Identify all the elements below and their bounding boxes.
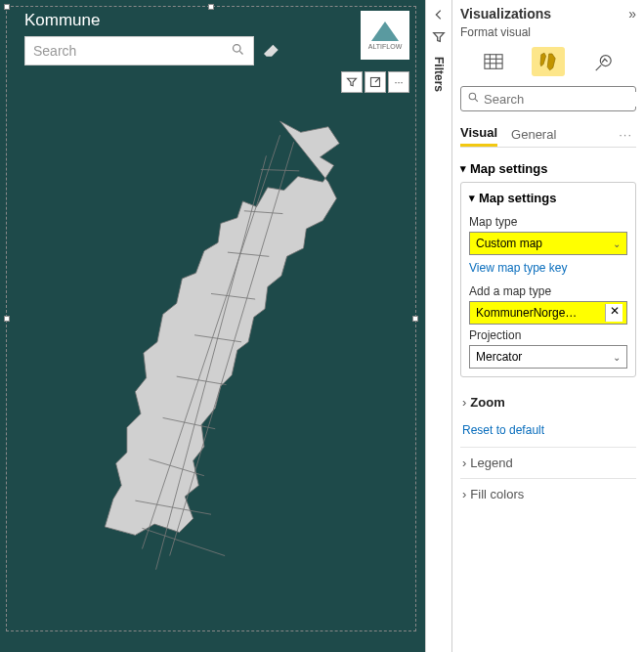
format-visual-icon[interactable] xyxy=(532,47,565,76)
section-fill-colors[interactable]: › Fill colors xyxy=(460,478,636,509)
format-search-input[interactable] xyxy=(484,92,644,107)
reset-to-default-link[interactable]: Reset to default xyxy=(460,417,636,447)
view-map-type-key-link[interactable]: View map type key xyxy=(469,261,568,275)
section-label: Zoom xyxy=(470,395,504,410)
vendor-logo-label: ALTIFLOW xyxy=(368,43,402,50)
format-tabs: Visual General ··· xyxy=(460,121,636,148)
search-icon xyxy=(467,91,480,107)
chevron-down-icon: ▾ xyxy=(469,192,475,204)
analytics-icon[interactable] xyxy=(586,47,620,76)
tab-general[interactable]: General xyxy=(511,123,556,146)
chevron-right-icon: › xyxy=(462,456,466,470)
chevron-down-icon: ▾ xyxy=(460,162,466,175)
map-settings-card: ▾ Map settings Map type Custom map ⌄ Vie… xyxy=(460,182,636,377)
focus-button[interactable] xyxy=(365,71,386,93)
expand-filters-chevron-icon[interactable] xyxy=(432,8,446,24)
section-label: Map settings xyxy=(470,161,547,176)
chevron-down-icon: ⌄ xyxy=(613,239,621,249)
report-canvas: Kommune ALTIFLOW ··· xyxy=(0,0,425,652)
collapse-pane-chevron-icon[interactable]: » xyxy=(628,6,636,22)
section-zoom[interactable]: › Zoom xyxy=(460,387,636,417)
vendor-logo: ALTIFLOW xyxy=(361,11,409,60)
section-map-settings[interactable]: ▾ Map settings xyxy=(460,155,636,182)
search-icon xyxy=(231,42,245,60)
svg-rect-4 xyxy=(485,55,502,69)
map-type-label: Map type xyxy=(469,215,627,229)
chevron-right-icon: › xyxy=(462,395,466,410)
map-type-dropdown[interactable]: Custom map ⌄ xyxy=(469,232,627,255)
filters-pane-label: Filters xyxy=(432,57,446,92)
chevron-down-icon: ⌄ xyxy=(613,352,621,363)
svg-line-10 xyxy=(596,65,601,70)
subsection-map-settings[interactable]: ▾ Map settings xyxy=(469,191,627,211)
projection-value: Mercator xyxy=(476,350,522,364)
map-visual-container[interactable]: Kommune ALTIFLOW ··· xyxy=(6,6,416,631)
map-type-value: Custom map xyxy=(476,237,542,250)
svg-point-11 xyxy=(469,93,476,100)
section-label: Legend xyxy=(470,456,512,470)
svg-line-12 xyxy=(475,99,478,102)
visual-search-input[interactable] xyxy=(33,43,231,59)
format-visual-subtitle: Format visual xyxy=(460,25,636,39)
format-mode-selector xyxy=(460,47,636,76)
svg-point-9 xyxy=(600,56,611,66)
visual-toolbar: ··· xyxy=(341,71,409,93)
visual-search-box[interactable] xyxy=(24,36,254,65)
subsection-label: Map settings xyxy=(479,191,556,205)
visualizations-pane: Visualizations » Format visual xyxy=(452,0,644,652)
projection-dropdown[interactable]: Mercator ⌄ xyxy=(469,345,627,369)
projection-label: Projection xyxy=(469,328,627,342)
filters-pane-collapsed[interactable]: Filters xyxy=(425,0,452,652)
build-visual-icon[interactable] xyxy=(477,47,510,76)
add-map-type-label: Add a map type xyxy=(469,284,627,298)
visual-title: Kommune xyxy=(24,11,398,30)
add-map-type-input[interactable]: KommunerNorge… ✕ xyxy=(469,301,627,325)
svg-line-3 xyxy=(375,78,380,83)
more-options-button[interactable]: ··· xyxy=(388,71,409,93)
eraser-icon[interactable] xyxy=(264,43,279,60)
svg-line-1 xyxy=(239,51,242,54)
visualizations-title: Visualizations xyxy=(460,6,551,22)
clear-map-file-button[interactable]: ✕ xyxy=(605,304,623,322)
map-region[interactable] xyxy=(36,114,386,611)
tab-visual[interactable]: Visual xyxy=(460,121,497,147)
format-search-box[interactable] xyxy=(460,86,636,111)
add-map-type-value: KommunerNorge… xyxy=(476,306,577,320)
filter-button[interactable] xyxy=(341,71,363,93)
tab-more[interactable]: ··· xyxy=(619,127,636,142)
section-legend[interactable]: › Legend xyxy=(460,447,636,478)
section-label: Fill colors xyxy=(470,487,524,501)
svg-point-0 xyxy=(234,45,241,53)
chevron-right-icon: › xyxy=(462,487,466,501)
filters-icon xyxy=(432,30,446,47)
